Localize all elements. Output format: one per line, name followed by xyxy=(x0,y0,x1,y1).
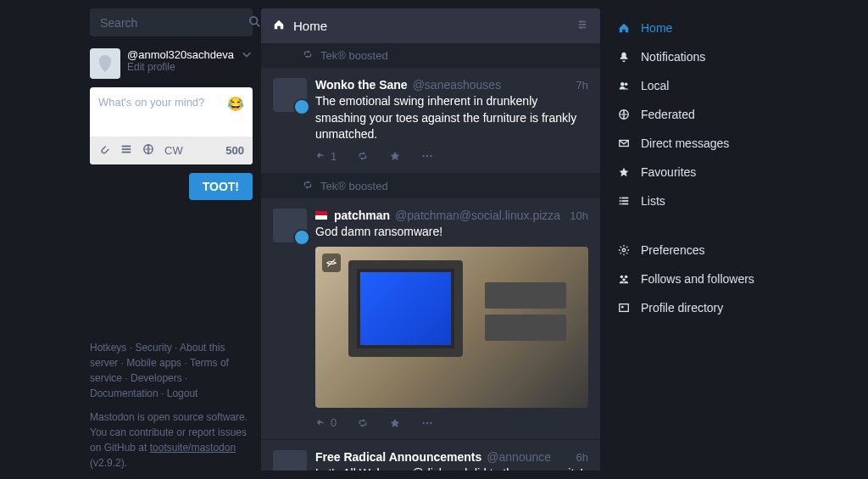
svg-point-0 xyxy=(250,17,258,25)
search-box[interactable] xyxy=(90,8,253,36)
footer-link[interactable]: Mobile apps xyxy=(126,357,181,369)
svg-point-18 xyxy=(430,422,431,424)
column-settings-icon[interactable] xyxy=(576,19,588,33)
reply-count: 0 xyxy=(331,416,337,429)
nav-item-local[interactable]: Local xyxy=(609,71,778,100)
post: Wonko the Sane @saneashouses 7h The emot… xyxy=(261,68,600,174)
search-input[interactable] xyxy=(100,16,248,30)
users-icon xyxy=(617,80,631,92)
column-title: Home xyxy=(293,19,327,33)
nav-label: Federated xyxy=(641,108,695,121)
svg-point-9 xyxy=(582,24,585,26)
footer-link[interactable]: Logout xyxy=(167,387,198,399)
footer-link[interactable]: Developers xyxy=(131,372,182,384)
nav-item-home[interactable]: Home xyxy=(609,14,778,42)
svg-point-14 xyxy=(430,155,431,157)
envelope-icon xyxy=(617,137,631,149)
svg-rect-4 xyxy=(122,152,131,153)
favourite-button[interactable] xyxy=(389,150,401,162)
nav-item-federated[interactable]: Federated xyxy=(609,100,778,129)
svg-point-17 xyxy=(426,422,428,424)
nav-item-notifications[interactable]: Notifications xyxy=(609,42,778,71)
char-count: 500 xyxy=(225,144,244,157)
visibility-icon[interactable] xyxy=(142,143,154,158)
footer-link[interactable]: Hotkeys xyxy=(90,342,126,354)
avatar[interactable] xyxy=(90,48,120,79)
more-button[interactable] xyxy=(421,150,433,162)
post-content: The emotional swing inherent in drunkenl… xyxy=(315,93,588,143)
globe-icon xyxy=(617,109,631,120)
hide-media-icon[interactable] xyxy=(322,253,341,272)
footer-link[interactable]: Documentation xyxy=(90,387,159,399)
reply-button[interactable]: 0 xyxy=(315,416,337,429)
svg-rect-28 xyxy=(621,203,628,205)
nav-label: Preferences xyxy=(641,243,704,257)
poll-icon[interactable] xyxy=(120,143,132,158)
svg-point-12 xyxy=(423,155,425,157)
post-image[interactable] xyxy=(315,247,588,408)
post-content: God damn ransomware! xyxy=(315,224,588,241)
post-avatar[interactable] xyxy=(273,78,307,112)
reply-button[interactable]: 1 xyxy=(315,150,337,163)
post-timestamp[interactable]: 7h xyxy=(576,79,588,92)
post-content: Let's All Welcome @dizkonekdid to the co… xyxy=(315,465,588,471)
boost-button[interactable] xyxy=(357,150,369,162)
post-author-handle[interactable]: @patchman@social.linux.pizza xyxy=(395,209,560,222)
attach-icon[interactable] xyxy=(98,143,110,158)
more-button[interactable] xyxy=(421,417,433,429)
profile-card: @anmol320sachdeva Edit profile xyxy=(90,45,253,87)
boost-bar: Tek® boosted xyxy=(261,174,600,198)
booster-avatar xyxy=(293,98,310,115)
post-timestamp[interactable]: 6h xyxy=(576,451,588,464)
svg-point-22 xyxy=(620,82,624,86)
svg-point-13 xyxy=(426,155,428,157)
nav-label: Direct messages xyxy=(641,136,729,150)
svg-rect-30 xyxy=(620,200,621,202)
search-icon xyxy=(248,15,260,30)
toot-button[interactable]: TOOT! xyxy=(189,173,253,200)
boost-button[interactable] xyxy=(357,417,369,429)
list-icon xyxy=(617,195,631,207)
svg-rect-26 xyxy=(621,198,628,199)
svg-point-11 xyxy=(580,26,582,29)
post-timestamp[interactable]: 10h xyxy=(570,209,588,222)
post-author-name[interactable]: Wonko the Sane xyxy=(315,78,408,92)
post-author-name[interactable]: Free Radical Announcements xyxy=(315,450,481,464)
github-repo-link[interactable]: tootsuite/mastodon xyxy=(150,442,236,454)
boost-icon xyxy=(302,179,314,193)
svg-line-1 xyxy=(257,24,260,27)
nav-item-follows-and-followers[interactable]: Follows and followers xyxy=(609,265,778,293)
nav-item-preferences[interactable]: Preferences xyxy=(609,236,778,265)
svg-point-37 xyxy=(621,306,624,309)
nav-item-direct-messages[interactable]: Direct messages xyxy=(609,129,778,158)
home-icon xyxy=(617,22,631,34)
svg-line-15 xyxy=(328,259,336,267)
post-avatar[interactable] xyxy=(273,209,307,242)
footer-link[interactable]: Security xyxy=(135,342,171,354)
emoji-picker-icon[interactable]: 😂 xyxy=(227,96,244,112)
post-author-name[interactable]: patchman xyxy=(334,209,390,222)
home-icon xyxy=(273,19,285,33)
favourite-button[interactable] xyxy=(389,417,401,429)
chevron-down-icon[interactable] xyxy=(241,48,253,63)
post-author-handle[interactable]: @saneashouses xyxy=(413,78,502,92)
followers-icon xyxy=(617,273,631,285)
star-icon xyxy=(617,166,631,178)
nav-item-profile-directory[interactable]: Profile directory xyxy=(609,293,778,322)
post-author-handle[interactable]: @announce xyxy=(487,450,551,464)
edit-profile-link[interactable]: Edit profile xyxy=(127,61,241,73)
post-avatar[interactable] xyxy=(273,450,307,471)
compose-textarea[interactable]: What's on your mind? 😂 xyxy=(90,87,253,136)
nav-item-lists[interactable]: Lists xyxy=(609,187,778,215)
directory-icon xyxy=(617,302,631,314)
boost-bar: Tek® boosted xyxy=(261,43,600,68)
svg-point-34 xyxy=(625,276,628,279)
post: patchman @patchman@social.linux.pizza 10… xyxy=(261,198,600,441)
nav-item-favourites[interactable]: Favourites xyxy=(609,158,778,187)
svg-rect-2 xyxy=(122,146,131,148)
cw-button[interactable]: CW xyxy=(164,144,183,157)
svg-rect-3 xyxy=(122,148,131,150)
nav-label: Follows and followers xyxy=(641,272,754,286)
svg-point-16 xyxy=(423,422,425,424)
nav-label: Lists xyxy=(641,194,665,208)
